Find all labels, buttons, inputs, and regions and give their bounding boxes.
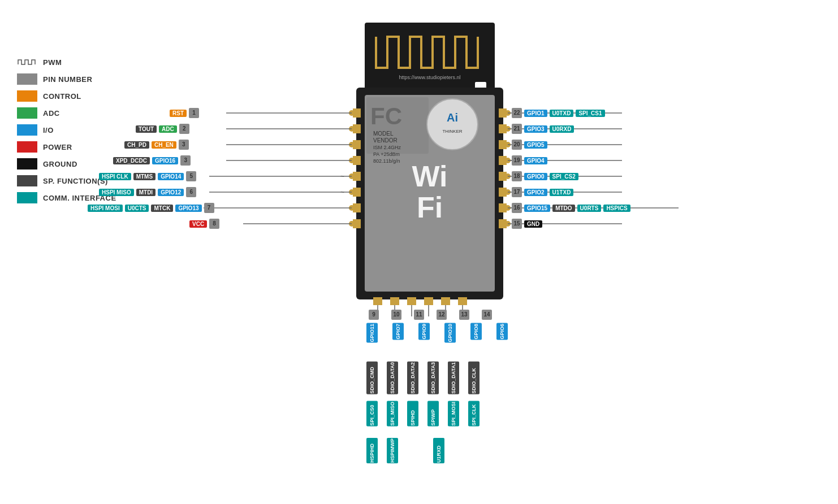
bottom-pin-12-num: 12 (437, 310, 447, 320)
pin-18-num: 18 (512, 171, 522, 181)
pin-4-gpio16-badge: GPIO16 (152, 157, 178, 164)
bottom-gpio-row: GPIO11 GPIO7 GPIO9 GPIO10 GPIO8 GPIO6 (366, 323, 513, 345)
pin-21-u0rxd-badge: U0RXD (550, 125, 574, 133)
pin-18-labels: 18 GPIO0 SPI_CS2 (512, 171, 578, 181)
pin-20-num: 20 (512, 140, 522, 150)
pin-4-labels: XPD_DCDC GPIO16 3 (113, 155, 191, 166)
bottom-gpio6-badge: GPIO6 (496, 323, 508, 340)
bottom-empty-14 (480, 438, 496, 463)
pin-2-adc-badge: ADC (159, 125, 177, 133)
pin-20-gpio5-badge: GPIO5 (524, 141, 547, 149)
bottom-hspihd-badge: HSPIHD (366, 438, 378, 463)
pin-22-num: 22 (512, 108, 522, 118)
svg-text:https://www.studiopieters.nl: https://www.studiopieters.nl (399, 75, 460, 80)
bottom-gpio9-badge: GPIO9 (418, 323, 430, 340)
pin-8-vcc-badge: VCC (189, 220, 207, 228)
bottom-spiclk-badge: SPI_CLK (468, 401, 480, 427)
svg-point-55 (375, 299, 381, 305)
pin-2-labels: TOUT ADC 2 (136, 124, 189, 134)
pin-3-chpd-badge: CH_PD (124, 141, 149, 149)
svg-text:Wi: Wi (412, 160, 447, 193)
pin-17-u1txd-badge: U1TXD (550, 189, 574, 196)
svg-text:Fi: Fi (417, 191, 443, 224)
pin-17-labels: 17 GPIO2 U1TXD (512, 187, 573, 197)
pin-7-mtck-badge: MTCK (151, 205, 173, 212)
bottom-func3-row: HSPIHD HSPIMWP U1RXD (366, 438, 496, 463)
bottom-u1rxd-badge: U1RXD (433, 438, 444, 463)
pin-3-chen-badge: CH_EN (152, 141, 176, 149)
pin-22-u0txd-badge: U0TXD (550, 110, 574, 117)
pin-17-gpio2-badge: GPIO2 (524, 189, 547, 196)
bottom-sdiocmd-badge: SDIO_CMD (366, 362, 378, 394)
svg-point-60 (460, 299, 465, 305)
svg-text:802.11b/g/n: 802.11b/g/n (373, 158, 400, 164)
pin-7-labels: HSPI MOSI U0CTS MTCK GPIO13 7 (88, 203, 214, 213)
pin-15-labels: 15 GND (512, 219, 542, 229)
pin-18-gpio0-badge: GPIO0 (524, 173, 547, 180)
svg-text:~: ~ (340, 172, 344, 180)
pin-1-rst-badge: RST (170, 110, 187, 117)
diagram: PWM PIN NUMBER CONTROL ADC I/O POWER GRO… (0, 0, 838, 504)
svg-point-59 (443, 299, 448, 305)
pin-19-num: 19 (512, 155, 522, 166)
pin-6-num: 6 (186, 187, 196, 197)
pin-16-labels: 16 GPIO15 MTDO U0RTS HSPICS (512, 203, 630, 213)
pin-5-mtms-badge: MTMS (133, 173, 155, 180)
pin-15-num: 15 (512, 219, 522, 229)
bottom-sdiodata2-badge: SDIO_DATA2 (407, 362, 418, 394)
bottom-gpio10-badge: GPIO10 (444, 323, 456, 343)
pin-5-hspiclk-badge: HSPI CLK (99, 173, 131, 180)
pin-16-num: 16 (512, 203, 522, 213)
svg-point-56 (392, 299, 398, 305)
pin-16-mtdo-badge: MTDO (552, 205, 574, 212)
pin-22-labels: 22 GPIO1 U0TXD SPI_CS1 (512, 108, 605, 118)
bottom-pin-11-num: 11 (414, 310, 424, 320)
pin-2-tout-badge: TOUT (136, 125, 157, 133)
pin-7-gpio13-badge: GPIO13 (175, 205, 201, 212)
pin-6-gpio12-badge: GPIO12 (158, 189, 184, 196)
pin-5-num: 5 (186, 171, 196, 181)
bottom-pin-14-num: 14 (482, 310, 492, 320)
pin-16-hspics-badge: HSPICS (603, 205, 630, 212)
pin-20-labels: 20 GPIO5 (512, 140, 547, 150)
pin-3-labels: CH_PD CH_EN 3 (124, 140, 189, 150)
bottom-spimosi-badge: SPI_MOSI (448, 401, 459, 427)
pin-8-num: 8 (209, 219, 219, 229)
pin-16-u0rts-badge: U0RTS (577, 205, 602, 212)
bottom-gpio11-badge: GPIO11 (366, 323, 378, 343)
bottom-func1-row: SDIO_CMD SDIO_DATA0 SDIO_DATA2 SDIO_DATA… (366, 362, 480, 394)
pin-15-gnd-badge: GND (524, 220, 542, 228)
pin-1-labels: RST 1 (170, 108, 199, 118)
pin-17-num: 17 (512, 187, 522, 197)
svg-text:ISM  2.4GHz: ISM 2.4GHz (373, 145, 401, 150)
bottom-pin-10-num: 10 (391, 310, 401, 320)
svg-text:PA  +25dBm: PA +25dBm (373, 151, 400, 157)
svg-text:Ai: Ai (447, 111, 458, 124)
diagram-svg: https://www.studiopieters.nl FC MODEL VE… (0, 0, 838, 504)
pin-1-num: 1 (189, 108, 199, 118)
pin-6-mtdi-badge: MTDI (136, 189, 155, 196)
bottom-gpio7-badge: GPIO7 (392, 323, 404, 340)
pin-6-hspimiso-badge: HSPI MISO (99, 189, 134, 196)
pin-7-hspimosi-badge: HSPI MOSI (88, 205, 123, 212)
bottom-spimiso-badge: SPI_MISO (387, 401, 398, 427)
bottom-spiwp-badge: SPIWP (427, 401, 439, 427)
pin-4-num: 3 (180, 155, 191, 166)
pin-2-num: 2 (179, 124, 189, 134)
svg-point-58 (426, 299, 431, 305)
bottom-spihd-badge: SPIHD (407, 401, 418, 427)
bottom-gpio8-badge: GPIO8 (470, 323, 482, 340)
bottom-empty-11 (407, 438, 424, 463)
svg-rect-0 (365, 23, 495, 90)
pin-16-gpio15-badge: GPIO15 (524, 205, 550, 212)
bottom-sdioclk-badge: SDIO_CLK (468, 362, 480, 394)
pin-3-num: 3 (179, 140, 189, 150)
svg-text:~: ~ (340, 188, 344, 196)
pin-6-labels: HSPI MISO MTDI GPIO12 6 (99, 187, 196, 197)
bottom-func2-row: SPI_CS0 SPI_MISO SPIHD SPIWP SPI_MOSI SP… (366, 401, 480, 427)
pin-7-num: 7 (204, 203, 214, 213)
bottom-pin-9-num: 9 (369, 310, 379, 320)
svg-point-57 (409, 299, 414, 305)
pin-21-num: 21 (512, 124, 522, 134)
pin-22-gpio1-badge: GPIO1 (524, 110, 547, 117)
